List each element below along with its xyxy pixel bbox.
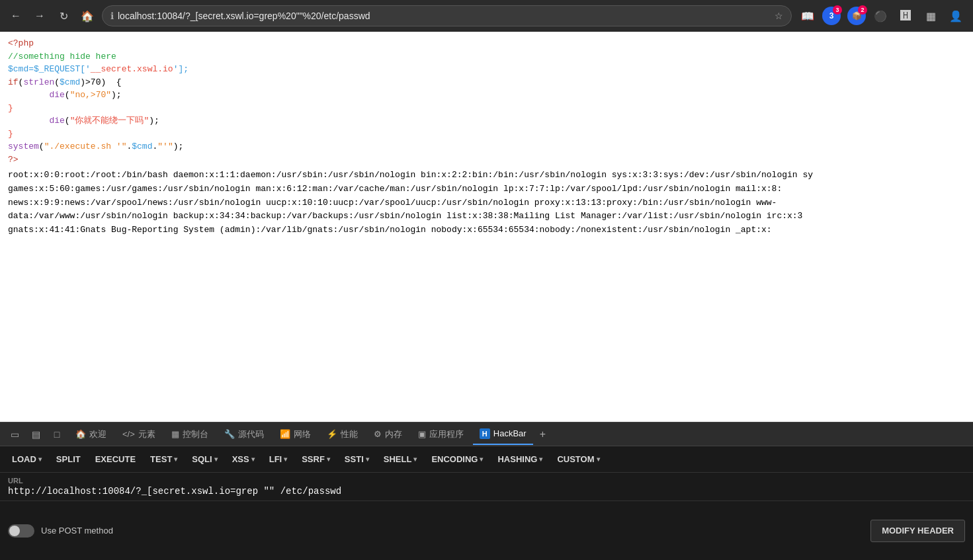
reader-button[interactable]: 📖	[797, 5, 818, 26]
hackbar-bottom: Use POST method MODIFY HEADER	[0, 501, 973, 560]
lfi-dropdown-icon: ▾	[284, 456, 287, 463]
memory-icon: ⚙	[374, 429, 382, 439]
sqli-button[interactable]: SQLI ▾	[185, 450, 224, 469]
hashing-dropdown-icon: ▾	[539, 456, 542, 463]
hackbar-url-area: URL http://localhost:10084/?_[secret.xsw…	[0, 473, 973, 501]
url-label: URL	[8, 477, 965, 485]
devtools-panel: ▭ ▤ □ 🏠 欢迎 </> 元素 ▦ 控制台 🔧 源代码 📶 网络 ⚡ 性能 …	[0, 422, 973, 560]
devtools-tabs: ▭ ▤ □ 🏠 欢迎 </> 元素 ▦ 控制台 🔧 源代码 📶 网络 ⚡ 性能 …	[0, 422, 973, 446]
hackbar-icon: H	[480, 428, 490, 439]
browser-icons: 📖 3 3 📦 2 ⚫ 🅷 ▦ 👤	[797, 5, 966, 26]
performance-icon: ⚡	[327, 429, 337, 439]
bookmark-icon: ☆	[775, 11, 783, 21]
xss-dropdown-icon: ▾	[251, 456, 255, 463]
page-content: <?php //something hide here $cmd=$_REQUE…	[0, 32, 973, 422]
tab-sources[interactable]: 🔧 源代码	[218, 424, 271, 445]
url-text: localhost:10084/?_[secret.xswl.io=grep%2…	[118, 11, 771, 21]
execute-button[interactable]: EXECUTE	[89, 450, 142, 469]
toggle-knob	[9, 526, 20, 536]
code-line-9: system("./execute.sh '".$cmd."'");	[8, 140, 965, 153]
code-line-8: }	[8, 128, 965, 141]
url-value[interactable]: http://localhost:10084/?_[secret.xswl.io…	[8, 486, 965, 497]
code-line-1: <?php	[8, 37, 965, 50]
ssrf-dropdown-icon: ▾	[327, 456, 330, 463]
shell-dropdown-icon: ▾	[413, 456, 417, 463]
address-bar[interactable]: ℹ localhost:10084/?_[secret.xswl.io=grep…	[102, 5, 792, 26]
post-toggle-area: Use POST method	[8, 524, 113, 538]
sqli-dropdown-icon: ▾	[214, 456, 218, 463]
hashing-button[interactable]: HASHING ▾	[491, 450, 549, 469]
sources-icon: 🔧	[224, 429, 235, 439]
info-icon: ℹ	[110, 11, 114, 21]
tab-elements[interactable]: </> 元素	[116, 424, 162, 445]
ext-icon-3[interactable]: ⚫	[870, 5, 891, 26]
device-icon[interactable]: ▤	[26, 425, 45, 444]
application-icon: ▣	[418, 429, 426, 439]
post-method-toggle[interactable]	[8, 524, 34, 538]
tab-memory[interactable]: ⚙ 内存	[367, 424, 409, 445]
forward-button[interactable]: →	[30, 7, 49, 25]
welcome-icon: 🏠	[75, 429, 86, 439]
split-button[interactable]: SPLIT	[50, 450, 87, 469]
load-dropdown-icon: ▾	[38, 456, 42, 463]
custom-dropdown-icon: ▾	[597, 456, 600, 463]
tab-network[interactable]: 📶 网络	[273, 424, 317, 445]
code-line-2: //something hide here	[8, 50, 965, 63]
modify-header-button[interactable]: MODIFY HEADER	[870, 520, 965, 542]
tab-welcome[interactable]: 🏠 欢迎	[69, 424, 113, 445]
load-button[interactable]: LOAD ▾	[5, 450, 48, 469]
tab-performance[interactable]: ⚡ 性能	[320, 424, 364, 445]
tab-console[interactable]: ▦ 控制台	[165, 424, 215, 445]
tab-application[interactable]: ▣ 应用程序	[411, 424, 470, 445]
ssrf-button[interactable]: SSRF ▾	[295, 450, 337, 469]
ssti-dropdown-icon: ▾	[366, 456, 369, 463]
output-text: root:x:0:0:root:/root:/bin/bash daemon:x…	[8, 169, 965, 237]
code-line-6: }	[8, 102, 965, 115]
browser-chrome: ← → ↻ 🏠 ℹ localhost:10084/?_[secret.xswl…	[0, 0, 973, 32]
console-tab-icon: ▦	[171, 429, 179, 439]
network-icon: 📶	[280, 429, 290, 439]
elements-icon: </>	[122, 429, 135, 439]
code-line-5: die("no,>70");	[8, 89, 965, 102]
ext-icon-4[interactable]: 🅷	[895, 5, 916, 26]
reload-button[interactable]: ↻	[54, 7, 73, 25]
xss-button[interactable]: XSS ▾	[226, 450, 261, 469]
shell-button[interactable]: SHELL ▾	[377, 450, 424, 469]
code-line-4: if(strlen($cmd)>70) {	[8, 76, 965, 89]
test-button[interactable]: TEST ▾	[144, 450, 184, 469]
ext-icon-5[interactable]: ▦	[920, 5, 941, 26]
ext-icon-1[interactable]: 3 3	[822, 7, 841, 25]
hackbar-toolbar: LOAD ▾ SPLIT EXECUTE TEST ▾ SQLI ▾ XSS ▾…	[0, 446, 973, 473]
custom-button[interactable]: CUSTOM ▾	[550, 450, 606, 469]
post-method-label: Use POST method	[41, 526, 113, 536]
encoding-dropdown-icon: ▾	[480, 456, 483, 463]
tab-add-button[interactable]: +	[536, 428, 550, 440]
console-icon[interactable]: □	[48, 425, 66, 444]
test-dropdown-icon: ▾	[174, 456, 177, 463]
inspect-icon[interactable]: ▭	[5, 425, 24, 444]
ext-icon-2[interactable]: 📦 2	[847, 7, 866, 25]
code-line-7: die("你就不能绕一下吗");	[8, 114, 965, 128]
encoding-button[interactable]: ENCODING ▾	[425, 450, 489, 469]
code-line-10: ?>	[8, 153, 965, 167]
tab-hackbar[interactable]: H HackBar	[473, 424, 533, 445]
profile-button[interactable]: 👤	[945, 5, 966, 26]
home-button[interactable]: 🏠	[78, 7, 97, 25]
ssti-button[interactable]: SSTI ▾	[338, 450, 376, 469]
code-line-3: $cmd=$_REQUEST['__secret.xswl.io'];	[8, 63, 965, 76]
back-button[interactable]: ←	[7, 7, 25, 25]
lfi-button[interactable]: LFI ▾	[263, 450, 294, 469]
